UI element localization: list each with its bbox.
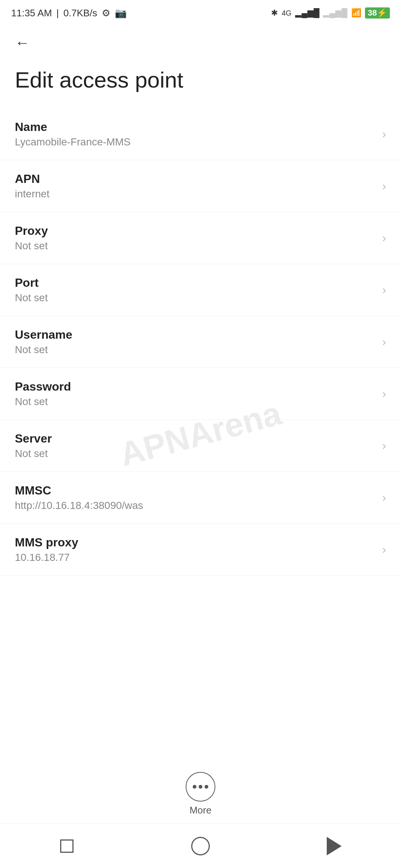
back-button[interactable]: ← bbox=[11, 32, 33, 54]
more-dots-icon bbox=[193, 785, 208, 789]
more-circle-icon bbox=[186, 772, 215, 802]
settings-value-name: Lycamobile-France-MMS bbox=[15, 136, 375, 148]
settings-item-proxy[interactable]: Proxy Not set › bbox=[0, 212, 401, 264]
settings-value-username: Not set bbox=[15, 344, 375, 356]
speed-display: | bbox=[56, 7, 59, 19]
time-display: 11:35 AM bbox=[11, 7, 52, 19]
settings-item-content-apn: APN internet bbox=[15, 172, 375, 200]
settings-label-server: Server bbox=[15, 432, 375, 445]
settings-value-password: Not set bbox=[15, 396, 375, 408]
page-title: Edit access point bbox=[15, 67, 386, 93]
video-icon: 📷 bbox=[115, 7, 127, 19]
chevron-right-icon-port: › bbox=[382, 283, 386, 297]
chevron-right-icon-name: › bbox=[382, 127, 386, 141]
chevron-right-icon-proxy: › bbox=[382, 231, 386, 245]
status-right: ✱ 4G ▂▄▆█ ▂▄▆█ 📶 38 ⚡ bbox=[271, 7, 390, 19]
settings-label-name: Name bbox=[15, 120, 375, 134]
settings-item-name[interactable]: Name Lycamobile-France-MMS › bbox=[0, 108, 401, 160]
settings-list: Name Lycamobile-France-MMS › APN interne… bbox=[0, 108, 401, 576]
settings-item-content-password: Password Not set bbox=[15, 380, 375, 408]
settings-item-content-server: Server Not set bbox=[15, 432, 375, 460]
chevron-right-icon-username: › bbox=[382, 335, 386, 349]
top-bar: ← bbox=[0, 26, 401, 59]
settings-label-username: Username bbox=[15, 328, 375, 342]
battery-display: 38 ⚡ bbox=[365, 7, 390, 19]
chevron-right-icon-server: › bbox=[382, 439, 386, 453]
settings-value-mmsc: http://10.16.18.4:38090/was bbox=[15, 500, 375, 512]
settings-label-apn: APN bbox=[15, 172, 375, 186]
page-title-container: Edit access point bbox=[0, 59, 401, 108]
settings-item-username[interactable]: Username Not set › bbox=[0, 316, 401, 368]
nav-home-icon bbox=[191, 837, 210, 855]
settings-item-apn[interactable]: APN internet › bbox=[0, 160, 401, 212]
chevron-right-icon-mms-proxy: › bbox=[382, 543, 386, 556]
bluetooth-icon: ✱ bbox=[271, 8, 278, 18]
settings-label-port: Port bbox=[15, 276, 375, 290]
settings-item-mmsc[interactable]: MMSC http://10.16.18.4:38090/was › bbox=[0, 472, 401, 524]
network-speed: 0.7KB/s bbox=[63, 7, 97, 19]
nav-recents-button[interactable] bbox=[52, 831, 82, 861]
chevron-right-icon-mmsc: › bbox=[382, 491, 386, 504]
settings-value-apn: internet bbox=[15, 188, 375, 200]
settings-item-server[interactable]: Server Not set › bbox=[0, 420, 401, 472]
settings-item-content-proxy: Proxy Not set bbox=[15, 224, 375, 252]
nav-back-button[interactable] bbox=[319, 831, 349, 861]
settings-item-content-port: Port Not set bbox=[15, 276, 375, 304]
settings-value-mms-proxy: 10.16.18.77 bbox=[15, 552, 375, 563]
settings-item-port[interactable]: Port Not set › bbox=[0, 264, 401, 316]
signal-bars-2-icon: ▂▄▆█ bbox=[323, 8, 347, 18]
settings-item-content-username: Username Not set bbox=[15, 328, 375, 356]
settings-label-proxy: Proxy bbox=[15, 224, 375, 238]
back-arrow-icon: ← bbox=[15, 34, 30, 51]
more-button[interactable]: More bbox=[186, 772, 215, 816]
settings-item-content-mms-proxy: MMS proxy 10.16.18.77 bbox=[15, 536, 375, 563]
wifi-icon: 📶 bbox=[351, 8, 361, 18]
more-label: More bbox=[189, 805, 211, 816]
settings-value-proxy: Not set bbox=[15, 240, 375, 252]
settings-label-mmsc: MMSC bbox=[15, 484, 375, 497]
settings-item-content-mmsc: MMSC http://10.16.18.4:38090/was bbox=[15, 484, 375, 512]
signal-bars-icon: ▂▄▆█ bbox=[295, 8, 319, 18]
settings-item-content-name: Name Lycamobile-France-MMS bbox=[15, 120, 375, 148]
status-left: 11:35 AM | 0.7KB/s ⚙ 📷 bbox=[11, 7, 127, 19]
nav-home-button[interactable] bbox=[186, 831, 215, 861]
settings-value-port: Not set bbox=[15, 292, 375, 304]
nav-back-icon bbox=[327, 837, 342, 855]
settings-icon: ⚙ bbox=[102, 7, 110, 19]
nav-recents-icon bbox=[60, 839, 74, 853]
settings-item-mms-proxy[interactable]: MMS proxy 10.16.18.77 › bbox=[0, 524, 401, 576]
signal-4g-icon: 4G bbox=[281, 9, 291, 17]
status-bar: 11:35 AM | 0.7KB/s ⚙ 📷 ✱ 4G ▂▄▆█ ▂▄▆█ 📶 … bbox=[0, 0, 401, 26]
nav-bar bbox=[0, 823, 401, 868]
settings-item-password[interactable]: Password Not set › bbox=[0, 368, 401, 420]
settings-value-server: Not set bbox=[15, 448, 375, 460]
settings-label-password: Password bbox=[15, 380, 375, 394]
chevron-right-icon-password: › bbox=[382, 387, 386, 401]
chevron-right-icon-apn: › bbox=[382, 179, 386, 193]
settings-label-mms-proxy: MMS proxy bbox=[15, 536, 375, 549]
